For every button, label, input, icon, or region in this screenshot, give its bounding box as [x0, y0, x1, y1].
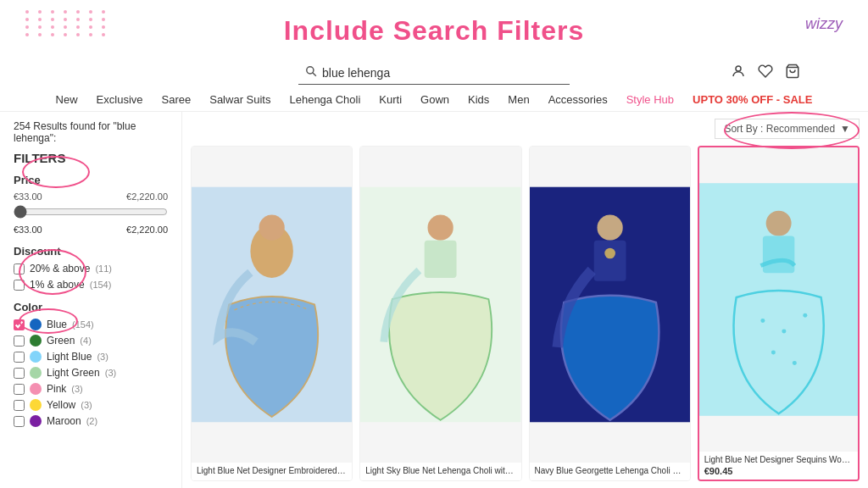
- product-name-1: Light Blue Net Designer Embroidered Lehe…: [197, 466, 347, 475]
- search-input[interactable]: [322, 66, 542, 80]
- nav-item-kurti[interactable]: Kurti: [379, 93, 402, 106]
- discount-item-1[interactable]: 1% & above (154): [14, 279, 168, 291]
- svg-point-17: [760, 319, 765, 323]
- price-range-labels: €33.00 €2,220.00: [14, 191, 168, 202]
- color-swatch-pink: [30, 383, 42, 395]
- nav-item-kids[interactable]: Kids: [468, 93, 489, 106]
- color-item-pink[interactable]: Pink (3): [14, 383, 168, 395]
- color-swatch-light-blue: [30, 351, 42, 363]
- nav-item-exclusive[interactable]: Exclusive: [97, 93, 143, 106]
- discount-count-20: (11): [95, 263, 112, 274]
- color-item-green[interactable]: Green (4): [14, 335, 168, 347]
- search-bar: [298, 62, 570, 85]
- search-bar-section: [0, 55, 868, 88]
- color-item-light-green[interactable]: Light Green (3): [14, 367, 168, 379]
- product-info-4: Light Blue Net Designer Sequins Worked L…: [699, 452, 858, 480]
- svg-point-8: [428, 215, 453, 241]
- product-card[interactable]: Light Sky Blue Net Lehenga Choli with Se…: [359, 146, 521, 481]
- color-count-yellow: (3): [81, 400, 92, 410]
- sort-label: Sort By : Recommended: [724, 123, 835, 135]
- color-filter: Color Blue (154) Green (4) Light Blue (3…: [14, 301, 168, 427]
- cart-icon[interactable]: [785, 64, 800, 83]
- wizzy-logo: wizzy: [805, 15, 843, 33]
- product-grid-area: Sort By : Recommended ▼: [182, 112, 868, 488]
- color-item-yellow[interactable]: Yellow (3): [14, 399, 168, 411]
- discount-checkbox-1[interactable]: [14, 280, 25, 291]
- nav-item-accessories[interactable]: Accessories: [548, 93, 608, 106]
- price-filter: Price €33.00 €2,220.00 €33.00 €2,220.00: [14, 174, 168, 235]
- color-count-light-green: (3): [105, 368, 116, 378]
- price-current-max: €2,220.00: [126, 225, 168, 235]
- color-checkbox-light-blue[interactable]: [14, 352, 25, 363]
- color-checkbox-green[interactable]: [14, 336, 25, 347]
- sidebar: 254 Results found for "blue lehenga": FI…: [0, 112, 182, 488]
- svg-point-13: [604, 248, 615, 259]
- color-label-maroon: Maroon: [47, 415, 81, 427]
- svg-point-18: [782, 329, 786, 333]
- wishlist-icon[interactable]: [758, 64, 773, 83]
- price-slider[interactable]: [14, 205, 168, 219]
- svg-point-20: [771, 350, 776, 354]
- product-card[interactable]: Light Blue Net Designer Sequins Worked L…: [698, 146, 860, 481]
- color-count-light-blue: (3): [97, 352, 108, 362]
- top-banner: Include Search Filters wizzy: [0, 0, 868, 55]
- svg-point-21: [793, 361, 797, 365]
- color-label-light-green: Light Green: [47, 367, 100, 379]
- price-min-label: €33.00: [14, 191, 42, 202]
- banner-title: Include Search Filters: [0, 15, 868, 47]
- product-card[interactable]: Light Blue Net Designer Embroidered Lehe…: [191, 146, 353, 481]
- color-label-yellow: Yellow: [47, 399, 75, 411]
- svg-point-19: [803, 313, 807, 318]
- sort-select[interactable]: Sort By : Recommended ▼: [715, 119, 860, 139]
- nav-item-style-hub[interactable]: Style Hub: [626, 93, 674, 106]
- color-filter-title: Color: [14, 301, 168, 313]
- header-icons: [731, 64, 800, 83]
- product-image-3: [530, 147, 690, 463]
- nav-bar: New Exclusive Saree Salwar Suits Lehenga…: [0, 88, 868, 112]
- color-item-maroon[interactable]: Maroon (2): [14, 415, 168, 427]
- svg-rect-9: [425, 241, 457, 278]
- filters-title: FILTERS: [14, 151, 168, 165]
- color-label-pink: Pink: [47, 383, 66, 395]
- color-label-light-blue: Light Blue: [47, 351, 92, 363]
- svg-point-0: [307, 67, 314, 74]
- color-checkbox-yellow[interactable]: [14, 400, 25, 411]
- search-icon: [305, 65, 317, 80]
- color-item-light-blue[interactable]: Light Blue (3): [14, 351, 168, 363]
- color-checkbox-maroon[interactable]: [14, 416, 25, 427]
- discount-item-20[interactable]: 20% & above (11): [14, 263, 168, 274]
- product-card[interactable]: Navy Blue Georgette Lehenga Choli with E…: [529, 146, 691, 481]
- products-grid: Light Blue Net Designer Embroidered Lehe…: [191, 146, 860, 481]
- color-checkbox-light-green[interactable]: [14, 368, 25, 379]
- svg-point-2: [736, 66, 741, 71]
- discount-checkbox-20[interactable]: [14, 263, 25, 274]
- svg-point-15: [765, 211, 791, 236]
- color-swatch-light-green: [30, 367, 42, 379]
- user-icon[interactable]: [731, 64, 746, 83]
- nav-item-saree[interactable]: Saree: [162, 93, 192, 106]
- nav-item-gown[interactable]: Gown: [420, 93, 449, 106]
- price-max-label: €2,220.00: [126, 191, 168, 202]
- nav-item-men[interactable]: Men: [508, 93, 529, 106]
- color-label-green: Green: [47, 335, 75, 347]
- dot-pattern: [25, 10, 110, 36]
- nav-item-new[interactable]: New: [56, 93, 78, 106]
- price-slider-container[interactable]: [14, 205, 168, 221]
- product-info-3: Navy Blue Georgette Lehenga Choli with E…: [530, 463, 690, 480]
- color-checkbox-pink[interactable]: [14, 384, 25, 395]
- color-item-blue[interactable]: Blue (154): [14, 319, 168, 330]
- nav-item-salwar[interactable]: Salwar Suits: [209, 93, 270, 106]
- discount-filter: Discount 20% & above (11) 1% & above (15…: [14, 245, 168, 291]
- svg-point-11: [597, 215, 622, 241]
- color-checkbox-blue[interactable]: [14, 319, 25, 330]
- nav-item-lehenga[interactable]: Lehenga Choli: [289, 93, 360, 106]
- product-info-2: Light Sky Blue Net Lehenga Choli with Se…: [360, 463, 520, 480]
- sort-bar: Sort By : Recommended ▼: [191, 119, 860, 139]
- color-swatch-yellow: [30, 399, 42, 411]
- sort-icon: ▼: [840, 123, 850, 135]
- nav-item-sale[interactable]: UPTO 30% OFF - SALE: [693, 93, 812, 106]
- discount-filter-title: Discount: [14, 245, 168, 258]
- product-image-1: [192, 147, 352, 463]
- color-swatch-blue: [30, 319, 42, 330]
- color-count-green: (4): [80, 336, 91, 346]
